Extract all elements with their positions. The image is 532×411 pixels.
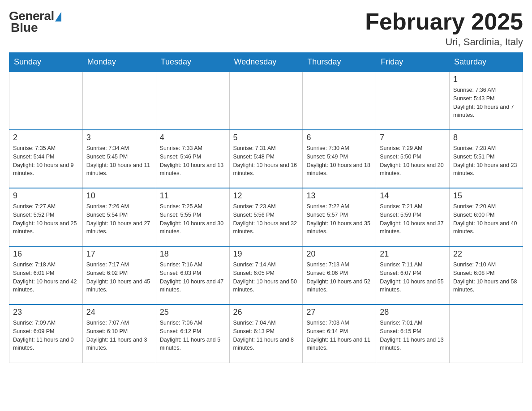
calendar-day-cell <box>156 72 229 130</box>
calendar-day-cell: 4Sunrise: 7:33 AMSunset: 5:46 PMDaylight… <box>156 130 229 188</box>
day-info: Sunrise: 7:11 AMSunset: 6:07 PMDaylight:… <box>380 261 446 294</box>
calendar-week-row: 2Sunrise: 7:35 AMSunset: 5:44 PMDaylight… <box>9 130 523 188</box>
day-number: 4 <box>160 133 226 142</box>
day-info: Sunrise: 7:34 AMSunset: 5:45 PMDaylight:… <box>86 144 152 178</box>
day-of-week-header: Tuesday <box>156 53 229 72</box>
calendar-day-cell: 17Sunrise: 7:17 AMSunset: 6:02 PMDayligh… <box>82 246 156 304</box>
month-title: February 2025 <box>365 9 523 34</box>
day-number: 12 <box>233 191 299 201</box>
day-info: Sunrise: 7:06 AMSunset: 6:12 PMDaylight:… <box>160 319 226 352</box>
calendar-day-cell <box>303 72 376 130</box>
day-of-week-header: Thursday <box>303 53 376 72</box>
day-number: 14 <box>380 191 446 201</box>
calendar-day-cell <box>450 304 523 363</box>
day-number: 27 <box>306 308 372 317</box>
day-number: 9 <box>13 191 79 201</box>
day-info: Sunrise: 7:07 AMSunset: 6:10 PMDaylight:… <box>86 319 152 352</box>
day-info: Sunrise: 7:10 AMSunset: 6:08 PMDaylight:… <box>453 261 519 294</box>
calendar-day-cell: 19Sunrise: 7:14 AMSunset: 6:05 PMDayligh… <box>229 246 303 304</box>
day-info: Sunrise: 7:30 AMSunset: 5:49 PMDaylight:… <box>306 144 372 178</box>
day-number: 3 <box>86 133 152 142</box>
day-number: 11 <box>160 191 226 201</box>
day-number: 8 <box>453 133 519 142</box>
day-number: 17 <box>86 249 152 259</box>
calendar-day-cell: 9Sunrise: 7:27 AMSunset: 5:52 PMDaylight… <box>9 188 83 246</box>
day-number: 21 <box>380 249 446 259</box>
day-number: 24 <box>86 308 152 317</box>
calendar-day-cell: 10Sunrise: 7:26 AMSunset: 5:54 PMDayligh… <box>82 188 156 246</box>
calendar-week-row: 1Sunrise: 7:36 AMSunset: 5:43 PMDaylight… <box>9 72 523 130</box>
day-info: Sunrise: 7:09 AMSunset: 6:09 PMDaylight:… <box>13 319 79 352</box>
day-of-week-header: Friday <box>376 53 450 72</box>
calendar-day-cell: 23Sunrise: 7:09 AMSunset: 6:09 PMDayligh… <box>9 304 83 363</box>
day-number: 28 <box>380 308 446 317</box>
calendar-table: SundayMondayTuesdayWednesdayThursdayFrid… <box>9 52 523 363</box>
location: Uri, Sardinia, Italy <box>365 36 523 48</box>
day-number: 26 <box>233 308 299 317</box>
calendar-day-cell: 15Sunrise: 7:20 AMSunset: 6:00 PMDayligh… <box>450 188 523 246</box>
day-number: 7 <box>380 133 446 142</box>
day-of-week-header: Saturday <box>450 53 523 72</box>
calendar-day-cell: 26Sunrise: 7:04 AMSunset: 6:13 PMDayligh… <box>229 304 303 363</box>
day-number: 5 <box>233 133 299 142</box>
calendar-day-cell: 6Sunrise: 7:30 AMSunset: 5:49 PMDaylight… <box>303 130 376 188</box>
day-number: 6 <box>306 133 372 142</box>
day-info: Sunrise: 7:16 AMSunset: 6:03 PMDaylight:… <box>160 261 226 294</box>
calendar-day-cell: 5Sunrise: 7:31 AMSunset: 5:48 PMDaylight… <box>229 130 303 188</box>
calendar-day-cell: 1Sunrise: 7:36 AMSunset: 5:43 PMDaylight… <box>450 72 523 130</box>
calendar-day-cell: 16Sunrise: 7:18 AMSunset: 6:01 PMDayligh… <box>9 246 83 304</box>
day-of-week-header: Monday <box>82 53 156 72</box>
day-number: 10 <box>86 191 152 201</box>
day-info: Sunrise: 7:23 AMSunset: 5:56 PMDaylight:… <box>233 202 299 236</box>
page-header: General Blue February 2025 Uri, Sardinia… <box>9 9 523 48</box>
calendar-day-cell: 28Sunrise: 7:01 AMSunset: 6:15 PMDayligh… <box>376 304 450 363</box>
day-info: Sunrise: 7:31 AMSunset: 5:48 PMDaylight:… <box>233 144 299 178</box>
day-info: Sunrise: 7:13 AMSunset: 6:06 PMDaylight:… <box>306 261 372 294</box>
day-number: 19 <box>233 249 299 259</box>
day-info: Sunrise: 7:21 AMSunset: 5:59 PMDaylight:… <box>380 202 446 236</box>
day-info: Sunrise: 7:25 AMSunset: 5:55 PMDaylight:… <box>160 202 226 236</box>
day-info: Sunrise: 7:18 AMSunset: 6:01 PMDaylight:… <box>13 261 79 294</box>
calendar-day-cell: 20Sunrise: 7:13 AMSunset: 6:06 PMDayligh… <box>303 246 376 304</box>
day-info: Sunrise: 7:14 AMSunset: 6:05 PMDaylight:… <box>233 261 299 294</box>
day-of-week-header: Sunday <box>9 53 83 72</box>
calendar-week-row: 9Sunrise: 7:27 AMSunset: 5:52 PMDaylight… <box>9 188 523 246</box>
day-info: Sunrise: 7:28 AMSunset: 5:51 PMDaylight:… <box>453 144 519 178</box>
day-number: 13 <box>306 191 372 201</box>
calendar-day-cell: 11Sunrise: 7:25 AMSunset: 5:55 PMDayligh… <box>156 188 229 246</box>
calendar-day-cell: 24Sunrise: 7:07 AMSunset: 6:10 PMDayligh… <box>82 304 156 363</box>
day-info: Sunrise: 7:01 AMSunset: 6:15 PMDaylight:… <box>380 319 446 352</box>
calendar-day-cell: 3Sunrise: 7:34 AMSunset: 5:45 PMDaylight… <box>82 130 156 188</box>
day-info: Sunrise: 7:35 AMSunset: 5:44 PMDaylight:… <box>13 144 79 178</box>
calendar-day-cell <box>9 72 83 130</box>
day-number: 25 <box>160 308 226 317</box>
calendar-day-cell: 22Sunrise: 7:10 AMSunset: 6:08 PMDayligh… <box>450 246 523 304</box>
day-of-week-header: Wednesday <box>229 53 303 72</box>
day-info: Sunrise: 7:26 AMSunset: 5:54 PMDaylight:… <box>86 202 152 236</box>
day-info: Sunrise: 7:27 AMSunset: 5:52 PMDaylight:… <box>13 202 79 236</box>
day-number: 22 <box>453 249 519 259</box>
day-info: Sunrise: 7:29 AMSunset: 5:50 PMDaylight:… <box>380 144 446 178</box>
calendar-day-cell: 21Sunrise: 7:11 AMSunset: 6:07 PMDayligh… <box>376 246 450 304</box>
day-info: Sunrise: 7:03 AMSunset: 6:14 PMDaylight:… <box>306 319 372 352</box>
calendar-day-cell: 12Sunrise: 7:23 AMSunset: 5:56 PMDayligh… <box>229 188 303 246</box>
calendar-day-cell: 25Sunrise: 7:06 AMSunset: 6:12 PMDayligh… <box>156 304 229 363</box>
day-info: Sunrise: 7:22 AMSunset: 5:57 PMDaylight:… <box>306 202 372 236</box>
day-info: Sunrise: 7:04 AMSunset: 6:13 PMDaylight:… <box>233 319 299 352</box>
logo-blue-text: Blue <box>11 21 38 35</box>
calendar-header-row: SundayMondayTuesdayWednesdayThursdayFrid… <box>9 53 523 72</box>
day-number: 15 <box>453 191 519 201</box>
calendar-day-cell: 14Sunrise: 7:21 AMSunset: 5:59 PMDayligh… <box>376 188 450 246</box>
calendar-day-cell: 2Sunrise: 7:35 AMSunset: 5:44 PMDaylight… <box>9 130 83 188</box>
logo-triangle-icon <box>55 12 61 21</box>
calendar-day-cell: 27Sunrise: 7:03 AMSunset: 6:14 PMDayligh… <box>303 304 376 363</box>
title-area: February 2025 Uri, Sardinia, Italy <box>365 9 523 48</box>
day-number: 2 <box>13 133 79 142</box>
day-number: 20 <box>306 249 372 259</box>
calendar-day-cell: 13Sunrise: 7:22 AMSunset: 5:57 PMDayligh… <box>303 188 376 246</box>
day-number: 18 <box>160 249 226 259</box>
calendar-day-cell: 18Sunrise: 7:16 AMSunset: 6:03 PMDayligh… <box>156 246 229 304</box>
calendar-day-cell: 8Sunrise: 7:28 AMSunset: 5:51 PMDaylight… <box>450 130 523 188</box>
day-info: Sunrise: 7:36 AMSunset: 5:43 PMDaylight:… <box>453 86 519 120</box>
day-number: 23 <box>13 308 79 317</box>
